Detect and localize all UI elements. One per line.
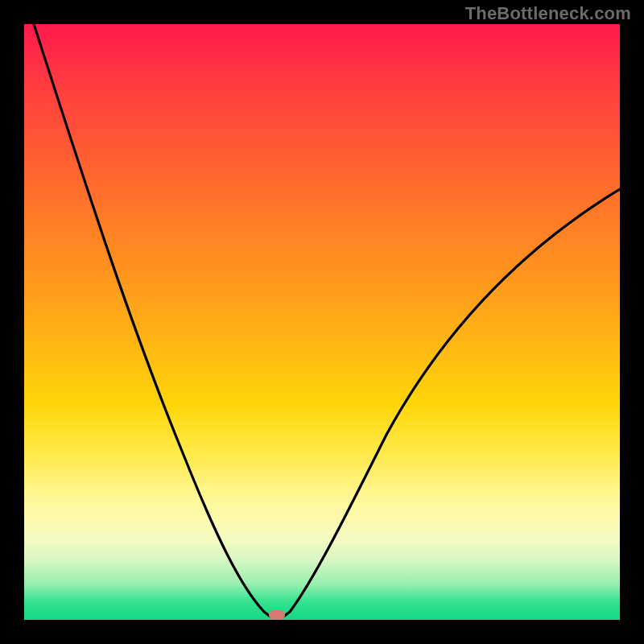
curve-svg — [24, 24, 620, 620]
chart-frame: TheBottleneck.com — [0, 0, 644, 644]
watermark-text: TheBottleneck.com — [465, 3, 631, 24]
curve-right-branch — [283, 189, 620, 617]
optimal-marker — [269, 610, 285, 620]
curve-left-branch — [34, 24, 270, 617]
plot-area — [24, 24, 620, 620]
